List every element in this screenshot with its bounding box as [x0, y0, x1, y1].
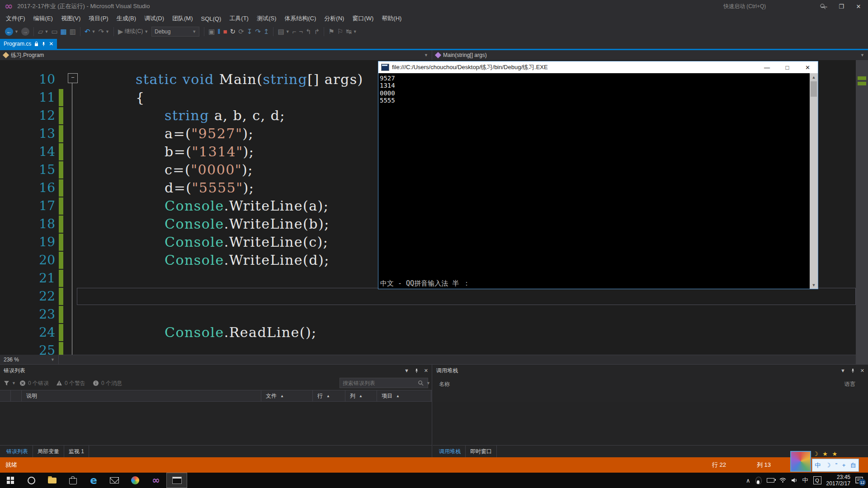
- filter-button[interactable]: ▼: [4, 380, 16, 386]
- action-center-button[interactable]: 12: [855, 476, 864, 484]
- menu-item[interactable]: SQL(Q): [197, 14, 226, 24]
- column-header[interactable]: 列▲: [345, 390, 377, 401]
- error-search-box[interactable]: ▼: [340, 378, 428, 388]
- taskbar-mail[interactable]: [104, 473, 125, 488]
- menu-item[interactable]: 团队(M): [168, 13, 197, 24]
- outdent-button[interactable]: ¬: [299, 28, 303, 35]
- column-header[interactable]: [11, 390, 22, 401]
- column-header[interactable]: 说明: [22, 390, 261, 401]
- chevron-down-icon[interactable]: ▼: [51, 357, 55, 362]
- console-scrollbar[interactable]: ▲ ▼: [810, 73, 818, 289]
- stop-button[interactable]: ■: [223, 28, 227, 35]
- console-maximize-button[interactable]: □: [777, 61, 797, 73]
- pin-icon[interactable]: [42, 42, 46, 47]
- search-icon[interactable]: [415, 380, 426, 386]
- chevron-down-icon[interactable]: ▼: [44, 29, 48, 34]
- qq-penguin-icon[interactable]: [755, 477, 762, 484]
- ime-lang-indicator[interactable]: 中: [802, 476, 808, 484]
- code-map-button[interactable]: ▤▼: [278, 28, 289, 36]
- taskbar-browser[interactable]: [125, 473, 146, 488]
- panel-tab[interactable]: 局部变量: [33, 446, 64, 458]
- menu-item[interactable]: 分析(N): [320, 13, 348, 24]
- qq-ime-icon[interactable]: ☽: [826, 462, 831, 469]
- bookmark-prev-button[interactable]: ⚐: [337, 28, 343, 36]
- tab-close-icon[interactable]: ✕: [49, 41, 53, 47]
- save-button[interactable]: ▦: [61, 28, 67, 36]
- menu-item[interactable]: 测试(S): [253, 13, 280, 24]
- taskbar-search-button[interactable]: [21, 473, 42, 488]
- filter-info[interactable]: 0 个消息: [93, 380, 122, 387]
- member-name[interactable]: Main(string[] args): [443, 52, 487, 58]
- taskbar-console-app-active[interactable]: [166, 473, 187, 488]
- taskbar-file-explorer[interactable]: [42, 473, 62, 488]
- menu-item[interactable]: 调试(D): [140, 13, 168, 24]
- menu-item[interactable]: 编辑(E): [29, 13, 57, 24]
- taskbar-visual-studio[interactable]: ∞: [146, 473, 166, 488]
- column-header[interactable]: 行▲: [313, 390, 345, 401]
- close-icon[interactable]: ✕: [424, 368, 428, 374]
- close-icon[interactable]: ✕: [860, 368, 864, 374]
- nav-prev-button[interactable]: ↰: [306, 28, 311, 36]
- continue-button[interactable]: ▶继续(C)▼: [118, 28, 148, 36]
- error-list-body[interactable]: [0, 402, 432, 445]
- panel-tab[interactable]: 错误列表: [2, 446, 33, 458]
- qq-ime-icon[interactable]: 自: [850, 461, 856, 469]
- taskbar-clock[interactable]: 23:45 2017/2/17: [826, 474, 850, 487]
- quick-launch-label[interactable]: 快速启动 (Ctrl+Q): [723, 3, 766, 10]
- toolbar-overflow-button[interactable]: ↹▼: [346, 28, 357, 36]
- zoom-control[interactable]: 236 % ▼: [0, 355, 59, 364]
- menu-item[interactable]: 帮助(H): [377, 13, 406, 24]
- bookmark-button[interactable]: ⚑: [328, 28, 334, 36]
- taskbar-store[interactable]: [62, 473, 83, 488]
- console-window[interactable]: file:///C:/Users/chouchou/Desktop/练习/bin…: [378, 61, 818, 289]
- pin-icon[interactable]: [851, 368, 855, 373]
- chevron-down-icon[interactable]: ▼: [92, 29, 96, 34]
- code-line[interactable]: 24Console.ReadLine();: [0, 324, 856, 342]
- console-minimize-button[interactable]: —: [757, 61, 777, 73]
- chevron-down-icon[interactable]: ▼: [840, 368, 845, 373]
- qq-ime-icon[interactable]: 中: [815, 461, 821, 469]
- column-header[interactable]: [0, 390, 11, 401]
- speaker-icon[interactable]: [791, 478, 797, 483]
- restart-button[interactable]: ↻: [230, 28, 236, 36]
- pin-icon[interactable]: [415, 368, 419, 373]
- tab-program-cs[interactable]: Program.cs ✕: [0, 39, 57, 49]
- save-all-button[interactable]: ▥: [70, 28, 76, 36]
- close-button[interactable]: ✕: [850, 0, 867, 13]
- nav-next-button[interactable]: ↱: [314, 28, 320, 36]
- scroll-down-icon[interactable]: ▼: [810, 281, 818, 289]
- minimize-button[interactable]: —: [816, 0, 833, 13]
- editor-scrollbar[interactable]: [856, 60, 868, 364]
- zoom-level[interactable]: 236 %: [4, 357, 19, 363]
- console-output[interactable]: 9527131400005555: [378, 73, 810, 289]
- chevron-down-icon[interactable]: ▼: [192, 29, 196, 34]
- battery-icon[interactable]: [767, 478, 774, 483]
- chevron-down-icon[interactable]: ▼: [286, 29, 290, 34]
- panel-tab[interactable]: 监视 1: [64, 446, 89, 458]
- menu-item[interactable]: 工具(T): [225, 13, 253, 24]
- solution-configuration-combo[interactable]: Debug▼: [151, 27, 199, 37]
- chevron-down-icon[interactable]: ▼: [860, 53, 864, 57]
- wifi-icon[interactable]: [779, 478, 786, 483]
- step-over-button[interactable]: ↷: [255, 28, 261, 36]
- chevron-down-icon[interactable]: ▼: [404, 368, 409, 373]
- indent-button[interactable]: ⌐: [292, 28, 297, 35]
- panel-tab[interactable]: 调用堆栈: [434, 446, 466, 458]
- step-out-button[interactable]: ↥: [264, 28, 269, 36]
- member-dropdown[interactable]: Main(string[] args) ▼: [432, 50, 868, 60]
- quick-launch[interactable]: 快速启动 (Ctrl+Q): [723, 0, 826, 13]
- menu-item[interactable]: 文件(F): [2, 13, 29, 24]
- search-input[interactable]: [340, 380, 415, 386]
- collapse-region-toggle[interactable]: −: [68, 73, 78, 83]
- redo-button[interactable]: ↷▼: [98, 28, 109, 36]
- code-line[interactable]: 23: [0, 305, 856, 324]
- call-stack-body[interactable]: [433, 402, 868, 445]
- type-dropdown[interactable]: 练习.Program ▼: [0, 50, 432, 60]
- qq-ime-toolbar[interactable]: 中☽”+自: [812, 459, 859, 472]
- qq-ime-avatar[interactable]: [790, 451, 811, 472]
- console-title-bar[interactable]: file:///C:/Users/chouchou/Desktop/练习/bin…: [378, 61, 818, 73]
- chevron-down-icon[interactable]: ▼: [353, 29, 357, 34]
- taskbar-edge[interactable]: e: [83, 473, 104, 488]
- qq-ime-icon[interactable]: +: [842, 462, 846, 469]
- tray-chevron-icon[interactable]: ∧: [746, 477, 750, 484]
